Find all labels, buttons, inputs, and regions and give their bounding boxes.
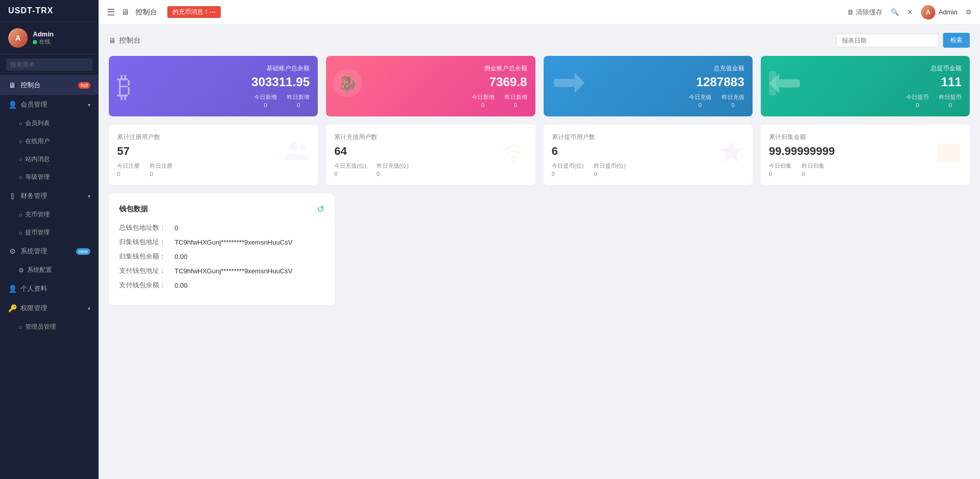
wallet-row-total-address: 总钱包地址数： 0 bbox=[119, 223, 324, 232]
pay-address-value: TC9hfwHXGunj*********9xemsnHuuCsV bbox=[175, 267, 293, 275]
settings-icon[interactable]: ⚙ bbox=[966, 8, 972, 16]
gear-icon: ⚙ bbox=[18, 267, 24, 274]
svg-marker-10 bbox=[720, 142, 743, 162]
wallet-header: 钱包数据 ↺ bbox=[119, 204, 324, 215]
svg-point-7 bbox=[290, 143, 298, 151]
collect-balance-label: 归集钱包余额： bbox=[119, 252, 170, 261]
today-registered: 今日注册 0 bbox=[117, 162, 140, 177]
circle-icon: ○ bbox=[18, 138, 22, 145]
stat-card2-withdrew: 累计提币用户数 6 今日提币(位) 0 昨日提币(位) 0 bbox=[544, 125, 753, 185]
circle-icon: ○ bbox=[18, 324, 22, 331]
date-filter: 检索 bbox=[836, 33, 970, 48]
search-button[interactable]: 检索 bbox=[943, 33, 970, 48]
topbar-title: 控制台 bbox=[136, 8, 157, 17]
yesterday-new: 昨日新增 0 bbox=[287, 93, 310, 108]
date-input[interactable] bbox=[836, 34, 939, 47]
collected-sub: 今日归集 0 昨日归集 0 bbox=[769, 162, 962, 177]
total-withdraw-sub: 今日提币 0 昨日提币 0 bbox=[769, 93, 962, 108]
breadcrumb-icon: 🖥 bbox=[109, 36, 116, 45]
stat-card2-collected: 累计归集金额 99.99999999 今日归集 0 昨日归集 0 bbox=[761, 125, 970, 185]
pay-balance-label: 支付钱包余额： bbox=[119, 281, 170, 290]
sidebar-user-section: A Admin 在线 bbox=[0, 22, 99, 54]
pay-address-label: 支付钱包地址： bbox=[119, 266, 170, 275]
svg-marker-3 bbox=[574, 73, 585, 93]
sidebar-item-withdraw-mgmt[interactable]: ○ 提币管理 bbox=[0, 224, 99, 242]
frozen-balance-label: 佣金账户总余额 bbox=[334, 64, 527, 73]
clear-cache-button[interactable]: 🗑 清除缓存 bbox=[847, 8, 882, 17]
svg-text:🐉: 🐉 bbox=[338, 74, 358, 92]
yesterday-new2: 昨日新增 0 bbox=[505, 93, 527, 108]
hamburger-menu-icon[interactable]: ☰ bbox=[107, 7, 115, 18]
today-collected: 今日归集 0 bbox=[769, 162, 792, 177]
sidebar-item-site-messages[interactable]: ○ 站内消息 bbox=[0, 150, 99, 168]
yesterday-collected: 昨日归集 0 bbox=[802, 162, 824, 177]
badge-new: new bbox=[76, 248, 90, 255]
recharged-sub: 今日充值(位) 0 昨日充值(位) 0 bbox=[334, 162, 527, 177]
nav-item-permission-mgmt[interactable]: 🔑 权限管理 ▾ bbox=[0, 298, 99, 318]
total-recharge-sub: 今日充值 0 昨日充值 0 bbox=[552, 93, 744, 108]
yesterday-recharged: 昨日充值(位) 0 bbox=[377, 162, 409, 177]
breadcrumb: 🖥 控制台 bbox=[109, 36, 141, 45]
nav-item-finance-mgmt[interactable]: ₿ 财务管理 ▾ bbox=[0, 186, 99, 206]
circle-icon: ○ bbox=[18, 211, 22, 218]
yesterday-withdraw: 昨日提币 0 bbox=[939, 93, 962, 108]
registered-sub: 今日注册 0 昨日注册 0 bbox=[117, 162, 310, 177]
withdrew-value: 6 bbox=[552, 145, 744, 158]
person-icon: 👤 bbox=[8, 285, 16, 293]
total-withdraw-label: 总提币金额 bbox=[769, 64, 962, 73]
total-recharge-label: 总充值金额 bbox=[552, 64, 744, 73]
svg-rect-2 bbox=[554, 79, 574, 87]
nav-item-member-mgmt[interactable]: 👤 会员管理 ▾ bbox=[0, 95, 99, 114]
content-header: 🖥 控制台 检索 bbox=[109, 33, 970, 48]
sidebar-item-online-users[interactable]: ○ 在线用户 bbox=[0, 132, 99, 150]
collected-label: 累计归集金额 bbox=[769, 133, 962, 142]
nav-label-permission-mgmt: 权限管理 bbox=[21, 304, 47, 313]
collect-address-value: TC9hfwHXGunj*********9xemsnHuuCsV bbox=[175, 238, 293, 246]
users-icon bbox=[284, 139, 310, 170]
stat-card2-recharged: 累计充值用户数 64 今日充值(位) 0 昨日充值(位) 0 bbox=[326, 125, 535, 185]
member-mgmt-icon: 👤 bbox=[8, 101, 16, 109]
nav-item-dashboard[interactable]: 🖥 控制台 hot bbox=[0, 75, 99, 95]
pay-balance-value: 0.00 bbox=[175, 282, 187, 289]
svg-rect-4 bbox=[779, 79, 800, 88]
total-address-value: 0 bbox=[175, 224, 178, 232]
fullscreen-icon[interactable]: ✕ bbox=[907, 8, 913, 16]
nav-label-dashboard: 控制台 bbox=[21, 81, 41, 90]
main-area: ☰ 🖥 控制台 的充币消息！--- 🗑 清除缓存 🔍 ✕ A Admin ⚙ 🖥… bbox=[99, 0, 980, 479]
dashboard-icon: 🖥 bbox=[8, 81, 16, 89]
svg-point-8 bbox=[299, 145, 305, 151]
collected-value: 99.99999999 bbox=[769, 145, 962, 158]
sidebar-item-admin-mgmt[interactable]: ○ 管理员管理 bbox=[0, 318, 99, 336]
sidebar-item-level-mgmt[interactable]: ○ 等级管理 bbox=[0, 168, 99, 186]
topbar-page-icon: 🖥 bbox=[121, 8, 129, 17]
registered-label: 累计注册用户数 bbox=[117, 133, 310, 142]
search-icon[interactable]: 🔍 bbox=[891, 8, 899, 16]
frozen-balance-value: 7369.8 bbox=[334, 75, 527, 89]
basic-balance-value: 303311.95 bbox=[117, 75, 310, 89]
yesterday-recharge: 昨日充值 0 bbox=[722, 93, 744, 108]
basic-balance-label: 基础账户总余额 bbox=[117, 64, 310, 73]
chevron-down-icon: ▾ bbox=[88, 306, 90, 311]
nav-label-member-mgmt: 会员管理 bbox=[21, 100, 47, 109]
search-bar[interactable] bbox=[0, 54, 99, 75]
topbar-avatar: A bbox=[921, 5, 935, 19]
nav-item-personal-info[interactable]: 👤 个人资料 bbox=[0, 279, 99, 298]
withdrew-sub: 今日提币(位) 0 昨日提币(位) 0 bbox=[552, 162, 744, 177]
yesterday-withdrew: 昨日提币(位) 0 bbox=[594, 162, 626, 177]
wallet-icon bbox=[936, 139, 962, 170]
topbar-user[interactable]: A Admin bbox=[921, 5, 957, 19]
refresh-icon[interactable]: ↺ bbox=[317, 204, 324, 215]
wallet-row-collect-address: 归集钱包地址： TC9hfwHXGunj*********9xemsnHuuCs… bbox=[119, 237, 324, 247]
sidebar-item-system-config[interactable]: ⚙ 系统配置 bbox=[0, 261, 99, 279]
svg-point-9 bbox=[513, 159, 516, 163]
circle-icon: ○ bbox=[18, 120, 22, 127]
svg-rect-6 bbox=[769, 71, 776, 96]
search-input[interactable] bbox=[6, 58, 92, 71]
user-status: 在线 bbox=[33, 38, 53, 46]
frozen-balance-sub: 今日新增 0 昨日新增 0 bbox=[334, 93, 527, 108]
user-name: Admin bbox=[33, 30, 53, 38]
today-new2: 今日新增 0 bbox=[472, 93, 494, 108]
nav-item-system-mgmt[interactable]: ⚙ 系统管理 new bbox=[0, 242, 99, 261]
sidebar-item-member-list[interactable]: ○ 会员列表 bbox=[0, 114, 99, 132]
sidebar-item-recharge-mgmt[interactable]: ○ 充币管理 bbox=[0, 206, 99, 224]
